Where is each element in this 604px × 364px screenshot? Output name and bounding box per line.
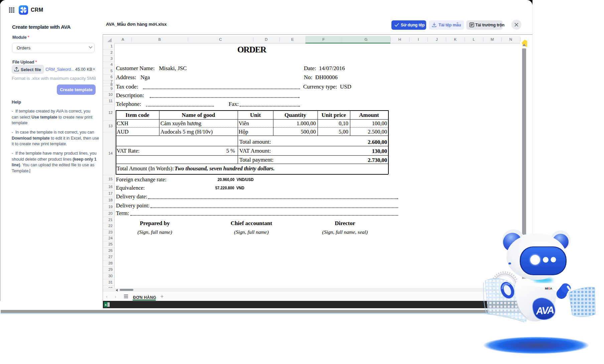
svg-text:AVA: AVA — [535, 304, 554, 317]
svg-text:X: X — [105, 303, 107, 307]
svg-text:MISA: MISA — [545, 287, 552, 290]
